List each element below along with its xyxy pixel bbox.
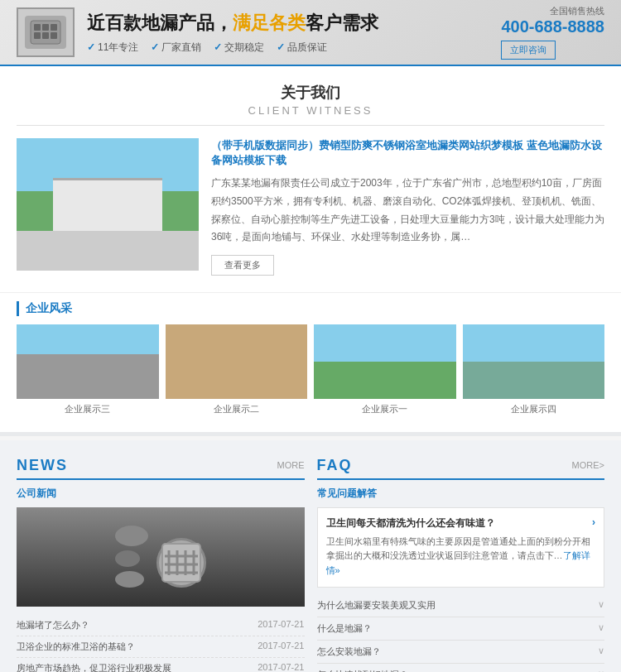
gallery-title: 企业风采 [17,301,604,316]
banner-features: ✓ 11年专注 ✓ 厂家直销 ✓ 交期稳定 ✓ 品质保证 [87,41,484,55]
banner-contact: 全国销售热线 400-688-8888 立即咨询 [501,5,604,60]
feature-3: ✓ 交期稳定 [214,41,264,55]
chevron-down-icon-4: ∨ [598,669,604,672]
svg-rect-2 [42,24,49,31]
brand-logo [17,7,75,57]
faq-highlight-answer: 卫生间水箱里有特殊气味的主要原因是管道通处上面的到粉分开相拿掘出的大概和没洗透过… [326,535,596,578]
about-section: 关于我们 CLIENT WITNESS （带手机版数据同步）费销型防爽不锈钢浴室… [0,66,621,292]
news-item-date-2: 2017-07-21 [258,641,304,653]
check-icon-3: ✓ [214,41,222,53]
about-image [17,138,199,271]
gallery-label-1: 企业展示三 [17,403,159,415]
gallery-image-3 [314,324,456,399]
news-item-3[interactable]: 房地产市场趋热，促卫浴行业积极发展 2017-07-21 [17,658,305,672]
feature-1: ✓ 11年专注 [87,41,138,55]
feature-4: ✓ 品质保证 [277,41,327,55]
check-icon-2: ✓ [151,41,159,53]
feature-label-1: 11年专注 [98,41,138,55]
faq-list: 为什么地漏要安装美观又实用 ∨ 什么是地漏？ ∨ 怎么安装地漏？ ∨ 怎么快速找… [317,594,605,672]
gallery-section: 企业风采 企业展示三 企业展示二 企业展示一 企业展示四 [0,292,621,432]
news-more-link[interactable]: MORE [277,460,305,470]
chevron-down-icon-1: ∨ [598,599,604,612]
header-banner: 近百款地漏产品，满足各类客户需求 ✓ 11年专注 ✓ 厂家直销 ✓ 交期稳定 ✓… [0,0,621,66]
gallery-item-2: 企业展示二 [166,324,308,415]
read-more-button[interactable]: 查看更多 [211,255,274,276]
check-icon-1: ✓ [87,41,95,53]
logo-image [25,16,66,49]
news-image-overlay [17,507,305,607]
faq-highlight-question[interactable]: 卫生间每天都清洗为什么还会有味道？ › [326,516,596,530]
about-article-title: （带手机版数据同步）费销型防爽不锈钢浴室地漏类网站织梦模板 蓝色地漏防水设备网站… [211,138,604,168]
faq-sub-title: 常见问题解答 [317,487,605,501]
gallery-image-1 [17,324,159,399]
contact-button[interactable]: 立即咨询 [501,41,556,60]
news-header: NEWS MORE [17,457,305,480]
svg-rect-3 [51,24,57,31]
gallery-label-2: 企业展示二 [166,403,308,415]
about-title-cn: 关于我们 [17,83,604,103]
about-title-en: CLIENT WITNESS [17,104,604,126]
drain-icon [156,538,206,588]
gallery-item-3: 企业展示一 [314,324,456,415]
news-item-1[interactable]: 地漏堵了怎么办？ 2017-07-21 [17,615,305,636]
faq-detail-link[interactable]: 了解详情» [326,550,590,575]
news-item-date-1: 2017-07-21 [258,619,304,631]
chevron-down-icon-2: ∨ [598,622,604,635]
building-shape [53,178,162,231]
news-sub-title: 公司新闻 [17,487,305,501]
news-item-date-3: 2017-07-21 [258,662,304,672]
news-main-image [17,507,305,607]
svg-rect-5 [42,32,49,39]
faq-more-link[interactable]: MORE> [572,460,604,470]
faq-item-text-2: 什么是地漏？ [317,622,372,635]
faq-header: FAQ MORE> [317,457,605,480]
gallery-item-1: 企业展示三 [17,324,159,415]
faq-question-text: 卫生间每天都清洗为什么还会有味道？ [326,516,495,530]
news-item-title-1: 地漏堵了怎么办？ [17,619,253,631]
faq-item-3[interactable]: 怎么安装地漏？ ∨ [317,641,605,664]
svg-rect-1 [34,24,41,31]
news-item-2[interactable]: 卫浴企业的标准卫浴的基础？ 2017-07-21 [17,636,305,658]
faq-item-text-4: 怎么快速找到好地漏？ [317,669,408,672]
news-faq-section: NEWS MORE 公司新闻 [0,440,621,672]
feature-2: ✓ 厂家直销 [151,41,201,55]
gallery-image-4 [463,324,605,399]
feature-label-2: 厂家直销 [161,41,201,55]
contact-phone: 400-688-8888 [501,17,604,36]
chevron-right-icon: › [592,516,595,530]
gallery-label-3: 企业展示一 [314,403,456,415]
news-list: 地漏堵了怎么办？ 2017-07-21 卫浴企业的标准卫浴的基础？ 2017-0… [17,615,305,672]
faq-highlight-box: 卫生间每天都清洗为什么还会有味道？ › 卫生间水箱里有特殊气味的主要原因是管道通… [317,507,605,588]
chevron-down-icon-3: ∨ [598,646,604,658]
divider [0,432,621,436]
about-content: （带手机版数据同步）费销型防爽不锈钢浴室地漏类网站织梦模板 蓝色地漏防水设备网站… [17,138,604,276]
news-item-title-2: 卫浴企业的标准卫浴的基础？ [17,641,253,653]
faq-item-1[interactable]: 为什么地漏要安装美观又实用 ∨ [317,594,605,617]
faq-column: FAQ MORE> 常见问题解答 卫生间每天都清洗为什么还会有味道？ › 卫生间… [317,457,605,672]
svg-rect-4 [34,32,41,39]
check-icon-4: ✓ [277,41,285,53]
banner-headline: 近百款地漏产品，满足各类客户需求 [87,11,484,36]
gallery-grid: 企业展示三 企业展示二 企业展示一 企业展示四 [17,324,604,415]
feature-label-4: 品质保证 [287,41,327,55]
banner-text: 近百款地漏产品，满足各类客户需求 ✓ 11年专注 ✓ 厂家直销 ✓ 交期稳定 ✓… [87,11,484,55]
gallery-item-4: 企业展示四 [463,324,605,415]
about-desc: 广东某某地漏有限责任公司成立于2003年，位于广东省广州市，总地型积约10亩，厂… [211,175,604,246]
feature-label-3: 交期稳定 [224,41,264,55]
faq-item-text-1: 为什么地漏要安装美观又实用 [317,599,436,612]
about-text: （带手机版数据同步）费销型防爽不锈钢浴室地漏类网站织梦模板 蓝色地漏防水设备网站… [211,138,604,276]
faq-item-text-3: 怎么安装地漏？ [317,646,381,658]
faq-item-2[interactable]: 什么是地漏？ ∨ [317,617,605,641]
news-column: NEWS MORE 公司新闻 [17,457,305,672]
faq-item-4[interactable]: 怎么快速找到好地漏？ ∨ [317,664,605,672]
gallery-image-2 [166,324,308,399]
news-title: NEWS [17,457,68,474]
faq-title: FAQ [317,457,353,474]
news-item-title-3: 房地产市场趋热，促卫浴行业积极发展 [17,662,253,672]
gallery-label-4: 企业展示四 [463,403,605,415]
svg-rect-6 [51,32,57,39]
headline-highlight: 满足各类 [233,12,306,33]
contact-label: 全国销售热线 [501,5,604,17]
